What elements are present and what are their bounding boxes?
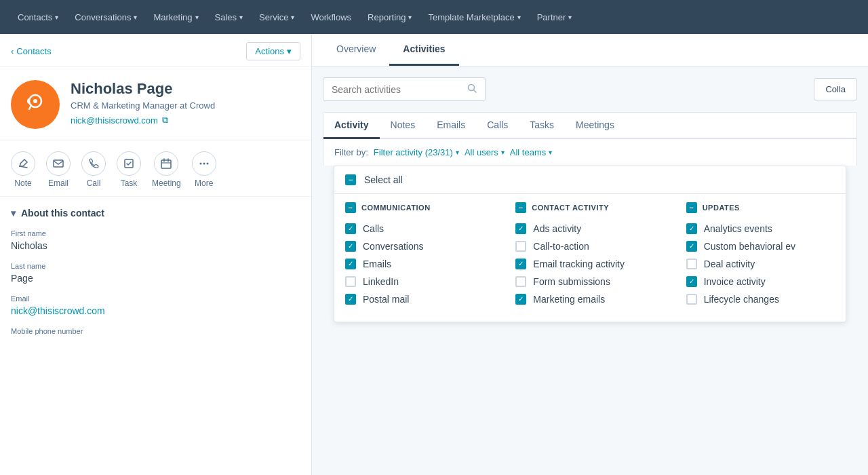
filter-users-button[interactable]: All users ▾ [465,147,505,157]
list-item[interactable]: Postal mail [345,290,494,308]
task-label: Task [121,178,138,188]
contact-activity-section-checkbox[interactable] [515,202,526,213]
call-label: Call [87,178,101,188]
tab-overview-label: Overview [336,43,376,54]
filter-teams-chevron-icon: ▾ [549,149,552,156]
ads-activity-checkbox[interactable] [515,223,526,234]
analytics-events-checkbox[interactable] [686,223,697,234]
deal-activity-checkbox[interactable] [686,259,697,269]
calls-label: Calls [363,223,384,234]
actions-chevron-icon: ▾ [287,46,292,56]
list-item[interactable]: Deal activity [686,255,835,273]
activities-content: Colla Activity Notes Emails Calls [312,66,868,475]
nav-contacts-chevron: ▾ [55,14,58,21]
contact-email-text: nick@thisiscrowd.com [71,115,158,126]
meeting-button[interactable]: Meeting [152,151,181,188]
nav-conversations[interactable]: Conversations ▾ [68,8,144,26]
nav-workflows-label: Workflows [311,12,351,22]
nav-sales-label: Sales [215,12,237,22]
select-all-checkbox[interactable] [345,174,356,185]
list-item[interactable]: Custom behavioral ev [686,238,835,255]
communication-header-label: COMMUNICATION [361,204,431,212]
list-item[interactable]: Conversations [345,238,494,255]
email-tracking-checkbox[interactable] [515,259,526,269]
invoice-activity-checkbox[interactable] [686,276,697,287]
email-button[interactable]: Email [46,151,71,188]
list-item[interactable]: Analytics events [686,220,835,238]
task-button[interactable]: Task [117,151,141,188]
nav-marketing[interactable]: Marketing ▾ [146,8,205,26]
act-tab-tasks[interactable]: Tasks [519,113,565,139]
list-item[interactable]: Call-to-action [515,238,664,255]
deal-activity-label: Deal activity [704,259,755,269]
search-input[interactable] [332,84,462,95]
tab-overview[interactable]: Overview [323,34,389,66]
note-button[interactable]: Note [11,151,35,188]
postal-mail-label: Postal mail [363,294,409,305]
act-tab-calls[interactable]: Calls [476,113,519,139]
tab-activities[interactable]: Activities [389,34,458,66]
emails-checkbox[interactable] [345,259,356,269]
nav-contacts[interactable]: Contacts ▾ [11,8,65,26]
back-to-contacts[interactable]: ‹ Contacts [11,46,52,56]
form-submissions-checkbox[interactable] [515,276,526,287]
custom-behavioral-checkbox[interactable] [686,241,697,252]
postal-mail-checkbox[interactable] [345,294,356,305]
right-panel: Overview Activities Colla [312,34,868,475]
marketing-emails-checkbox[interactable] [515,294,526,305]
lifecycle-changes-checkbox[interactable] [686,294,697,305]
email-value[interactable]: nick@thisiscrowd.com [11,305,300,316]
nav-reporting[interactable]: Reporting ▾ [361,8,418,26]
nav-template-marketplace[interactable]: Template Marketplace ▾ [421,8,527,26]
act-tab-emails[interactable]: Emails [426,113,476,139]
actions-button[interactable]: Actions ▾ [246,42,300,60]
calls-checkbox[interactable] [345,223,356,234]
nav-marketing-label: Marketing [153,12,192,22]
list-item[interactable]: Ads activity [515,220,664,238]
list-item[interactable]: Lifecycle changes [686,290,835,308]
svg-line-13 [474,90,477,93]
top-navigation: Contacts ▾ Conversations ▾ Marketing ▾ S… [0,0,868,34]
call-to-action-checkbox[interactable] [515,241,526,252]
call-button[interactable]: Call [81,151,106,188]
nav-contacts-label: Contacts [18,12,52,22]
last-name-value: Page [11,273,300,284]
nav-sales[interactable]: Sales ▾ [208,8,250,26]
act-tab-activity[interactable]: Activity [323,113,380,139]
about-header[interactable]: ▾ About this contact [11,208,300,218]
nav-template-marketplace-label: Template Marketplace [428,12,514,22]
act-tab-notes[interactable]: Notes [380,113,427,139]
copy-icon[interactable]: ⧉ [162,115,168,126]
contact-activity-header-label: CONTACT ACTIVITY [532,204,609,212]
avatar-icon [23,90,47,119]
linkedin-checkbox[interactable] [345,276,356,287]
collaborate-button[interactable]: Colla [814,78,857,100]
updates-section-checkbox[interactable] [686,202,697,213]
list-item[interactable]: Emails [345,255,494,273]
list-item[interactable]: LinkedIn [345,273,494,290]
communication-section-checkbox[interactable] [345,202,356,213]
call-icon [81,151,106,176]
list-item[interactable]: Invoice activity [686,273,835,290]
filter-users-chevron-icon: ▾ [501,149,505,156]
select-all-label: Select all [364,174,403,185]
actions-label: Actions [255,46,284,56]
more-button[interactable]: More [192,151,216,188]
conversations-checkbox[interactable] [345,241,356,252]
nav-service[interactable]: Service ▾ [252,8,301,26]
select-all-row[interactable]: Select all [334,166,846,194]
list-item[interactable]: Email tracking activity [515,255,664,273]
list-item[interactable]: Calls [345,220,494,238]
first-name-value: Nicholas [11,240,300,251]
contact-email[interactable]: nick@thisiscrowd.com ⧉ [71,115,300,126]
filter-teams-button[interactable]: All teams ▾ [510,147,552,157]
nav-workflows[interactable]: Workflows [304,8,358,26]
act-tab-meetings[interactable]: Meetings [565,113,625,139]
list-item[interactable]: Marketing emails [515,290,664,308]
about-section: ▾ About this contact First name Nicholas… [0,197,311,357]
nav-partner[interactable]: Partner ▾ [530,8,579,26]
list-item[interactable]: Form submissions [515,273,664,290]
filter-activity-button[interactable]: Filter activity (23/31) ▾ [374,147,459,157]
collaborate-label: Colla [825,84,846,94]
email-icon [46,151,71,176]
